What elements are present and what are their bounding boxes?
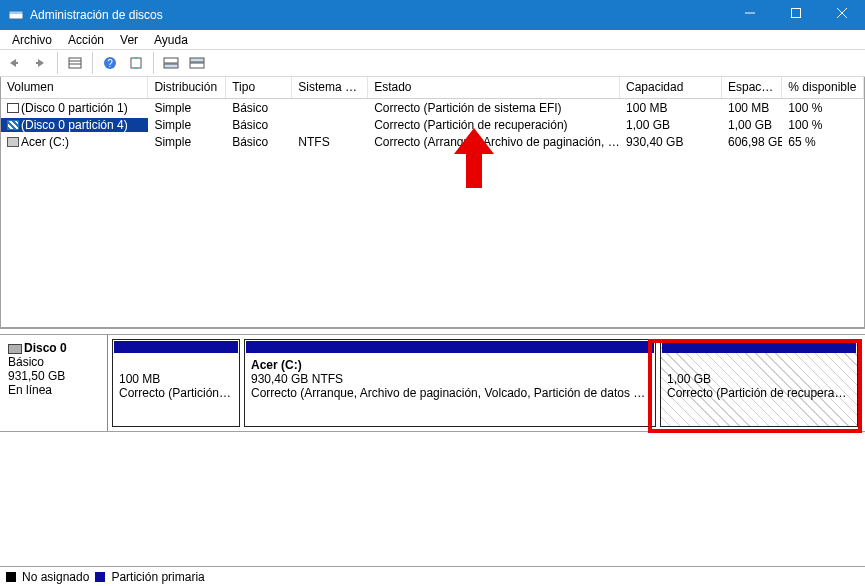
partition-block[interactable]: 1,00 GBCorrecto (Partición de recuperaci… [660, 339, 858, 427]
col-capacidad[interactable]: Capacidad [620, 77, 722, 98]
svg-rect-15 [164, 58, 178, 63]
volume-row[interactable]: Acer (C:)SimpleBásicoNTFSCorrecto (Arran… [1, 133, 864, 150]
grid-header: Volumen Distribución Tipo Sistema de ...… [1, 77, 864, 99]
volume-icon [7, 120, 19, 130]
disk-map: Disco 0 Básico 931,50 GB En línea 100 MB… [0, 335, 865, 432]
partition-block[interactable]: Acer (C:)930,40 GB NTFSCorrecto (Arranqu… [244, 339, 656, 427]
window-title: Administración de discos [30, 8, 727, 22]
col-distribucion[interactable]: Distribución [148, 77, 226, 98]
menu-accion[interactable]: Acción [60, 31, 112, 49]
partition-block[interactable]: 100 MBCorrecto (Partición de s [112, 339, 240, 427]
legend-primary: Partición primaria [111, 570, 204, 584]
legend-unalloc: No asignado [22, 570, 89, 584]
col-fs[interactable]: Sistema de ... [292, 77, 368, 98]
legend-swatch-unalloc [6, 572, 16, 582]
toolbar: ? [0, 49, 865, 77]
close-button[interactable] [819, 0, 865, 30]
col-tipo[interactable]: Tipo [226, 77, 292, 98]
title-bar: Administración de discos [0, 0, 865, 30]
toolbar-separator [57, 52, 58, 74]
partitions-area: 100 MBCorrecto (Partición de sAcer (C:)9… [108, 335, 865, 431]
legend: No asignado Partición primaria [0, 566, 865, 586]
disk-info[interactable]: Disco 0 Básico 931,50 GB En línea [0, 335, 108, 431]
menu-ayuda[interactable]: Ayuda [146, 31, 196, 49]
disk-state: En línea [8, 383, 99, 397]
volume-row[interactable]: (Disco 0 partición 4)SimpleBásicoCorrect… [1, 116, 864, 133]
disk-icon [8, 344, 22, 354]
col-espacio[interactable]: Espacio ... [722, 77, 782, 98]
menu-ver[interactable]: Ver [112, 31, 146, 49]
help-button[interactable]: ? [98, 52, 122, 74]
disk-size: 931,50 GB [8, 369, 99, 383]
pane-divider[interactable] [0, 328, 865, 335]
minimize-button[interactable] [727, 0, 773, 30]
disk-type: Básico [8, 355, 99, 369]
forward-button[interactable] [28, 52, 52, 74]
disk-top-button[interactable] [185, 52, 209, 74]
toolbar-separator [153, 52, 154, 74]
volume-icon [7, 137, 19, 147]
svg-rect-4 [792, 9, 801, 18]
svg-rect-16 [164, 64, 178, 68]
disk-title: Disco 0 [24, 341, 67, 355]
volume-icon [7, 103, 19, 113]
svg-text:?: ? [107, 58, 113, 69]
volumes-grid: Volumen Distribución Tipo Sistema de ...… [0, 77, 865, 328]
svg-rect-9 [69, 58, 81, 68]
app-icon [8, 7, 24, 23]
toolbar-separator [92, 52, 93, 74]
volume-row[interactable]: (Disco 0 partición 1)SimpleBásicoCorrect… [1, 99, 864, 116]
col-volumen[interactable]: Volumen [1, 77, 148, 98]
svg-rect-7 [16, 62, 18, 64]
menu-archivo[interactable]: Archivo [4, 31, 60, 49]
svg-rect-17 [190, 58, 204, 62]
menu-bar: Archivo Acción Ver Ayuda [0, 30, 865, 49]
disk-bottom-button[interactable] [159, 52, 183, 74]
col-estado[interactable]: Estado [368, 77, 620, 98]
view-list-button[interactable] [63, 52, 87, 74]
svg-rect-8 [36, 62, 38, 64]
col-pct[interactable]: % disponible [782, 77, 864, 98]
legend-swatch-primary [95, 572, 105, 582]
maximize-button[interactable] [773, 0, 819, 30]
refresh-button[interactable] [124, 52, 148, 74]
svg-rect-18 [190, 63, 204, 68]
back-button[interactable] [2, 52, 26, 74]
